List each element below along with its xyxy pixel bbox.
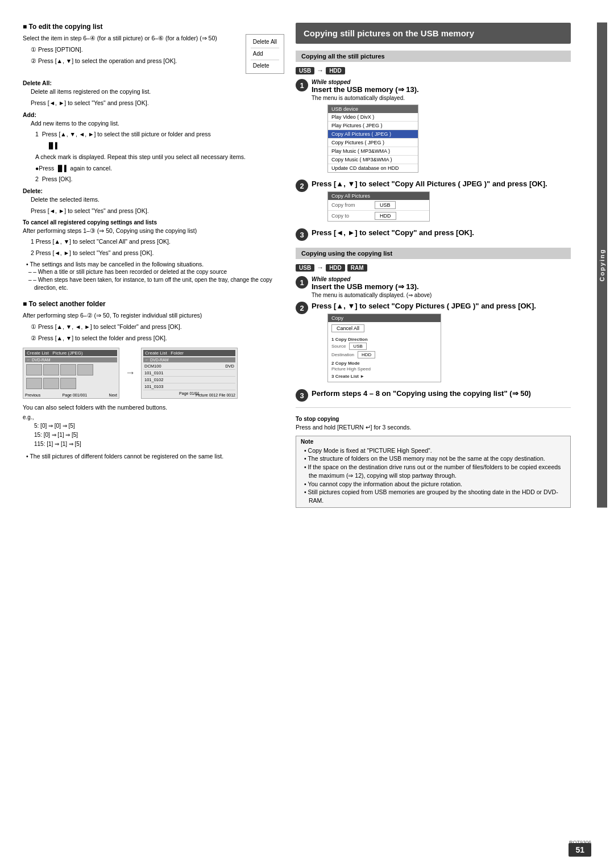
note-4: You cannot copy the information about th…: [301, 480, 566, 489]
edit-list-box: Delete All Add Delete: [246, 34, 284, 74]
usb-menu-item-2: Copy All Pictures ( JPEG ): [328, 130, 418, 139]
eg-example2: 15: [0] ⇒ [1] ⇒ [5]: [23, 431, 284, 440]
note-box-label: Note: [301, 439, 566, 445]
hdd-badge: HDD: [326, 67, 345, 74]
copy-all-header: Copy All Pictures: [328, 192, 429, 200]
step-1-row: 1 While stopped Insert the USB memory (⇒…: [296, 79, 571, 176]
copy-all-from-label: Copy from: [331, 202, 371, 208]
copy-section1-label: 1 Copy Direction: [331, 337, 437, 342]
usb-menu-item-3: Copy Pictures ( JPEG ): [328, 139, 418, 147]
step2-action: Press [▲, ▼] to select "Copy All Picture…: [312, 180, 571, 188]
step-3-number: 3: [296, 228, 308, 241]
copy-all-box: Copy All Pictures Copy from USB Copy to …: [327, 191, 430, 222]
usb-menu-item-6: Update CD database on HDD: [328, 164, 418, 172]
edit-box-add: Add: [251, 48, 279, 60]
list-step-3-row: 3 Perform steps 4 – 8 on "Copying using …: [296, 389, 571, 402]
usb-badge: USB: [296, 67, 314, 74]
step-2-row: 2 Press [▲, ▼] to select "Copy All Pictu…: [296, 180, 571, 225]
add-step-icon: ▐▌▌: [34, 141, 284, 151]
delete-label: Delete:: [23, 187, 284, 194]
cancel-step2: 2 Press [◄, ►] to select "Yes" and press…: [23, 249, 284, 258]
list-step1-action: Insert the USB memory (⇒ 13).: [312, 282, 571, 291]
edit-list-title: To edit the copying list: [23, 23, 284, 31]
copy-box: Copy Cancel All 1 Copy Direction Source …: [327, 314, 441, 382]
delete-step: Press [◄, ►] to select "Yes" and press […: [23, 207, 284, 216]
left-column: To edit the copying list Delete All Add …: [23, 23, 284, 834]
all-section-badges: USB → HDD: [296, 66, 571, 74]
stop-label: To stop copying: [296, 416, 571, 422]
folder-section: To select another folder After performin…: [23, 300, 284, 461]
copy-box-content: Cancel All 1 Copy Direction Source USB D…: [328, 322, 441, 382]
list-step-3-content: Perform steps 4 – 8 on "Copying using th…: [312, 389, 571, 398]
step-3-content: Press [◄, ►] to select "Copy" and press …: [312, 228, 571, 237]
copy-dest-row: Destination HDD: [331, 351, 437, 358]
edit-list-section: To edit the copying list Delete All Add …: [23, 23, 284, 292]
folder-step1: ① Press [▲, ▼, ◄, ►] to select "Folder" …: [23, 323, 284, 332]
copy-source-row: Source USB: [331, 343, 437, 350]
copy-mode-row: Picture High Speed: [331, 366, 437, 372]
copy-dest-label: Destination: [331, 352, 354, 357]
notes-box: Note Copy Mode is fixed at "PICTURE High…: [296, 436, 571, 508]
list-step1-while-stopped: While stopped: [312, 276, 571, 282]
add-text: Add new items to the copying list.: [23, 119, 284, 128]
usb-menu-item-4: Play Music ( MP3&WMA ): [328, 147, 418, 156]
folder-section-title: To select another folder: [23, 300, 284, 308]
main-section-header: Copying still pictures on the USB memory: [296, 23, 571, 44]
copy-all-to-label: Copy to: [331, 213, 371, 219]
usb-menu-item-5: Copy Music ( MP3&WMA ): [328, 156, 418, 164]
usb-menu-header: USB device: [328, 105, 418, 113]
list-usb-badge: USB: [296, 264, 314, 272]
list-section-bar: Copying using the copying list: [296, 248, 571, 259]
right-column-inner: Copying still pictures on the USB memory…: [296, 23, 591, 508]
step-2-number: 2: [296, 180, 308, 192]
copy-all-to-val: HDD: [375, 212, 396, 220]
cancel-note1: The settings and lists may be cancelled …: [23, 260, 284, 269]
delete-all-text: Delete all items registered on the copyi…: [23, 87, 284, 97]
add-step-note1: A check mark is displayed. Repeat this s…: [23, 153, 284, 162]
arrow-usb-hdd: →: [317, 66, 323, 74]
copy-source-val: USB: [349, 343, 366, 350]
copy-all-from-val: USB: [375, 201, 396, 209]
usb-menu-item-1: Play Pictures ( JPEG ): [328, 122, 418, 130]
folder-also-text: You can also select folders with the num…: [23, 403, 284, 412]
screenshot-left: Create List Picture (JPEG) ← DVD-RAM Pre…: [23, 348, 119, 399]
list-step2-action: Press [▲, ▼] to select "Copy Pictures ( …: [312, 302, 571, 310]
right-column: Copying still pictures on the USB memory…: [296, 23, 591, 834]
add-step-cancel: ●Press ▐▌▌ again to cancel.: [23, 164, 284, 173]
cancel-note3: – When steps have been taken, for instan…: [23, 276, 284, 292]
list-step1-note: The menu is automatically displayed. (⇒ …: [312, 292, 571, 298]
stop-text: Press and hold [RETURN ↵] for 3 seconds.: [296, 423, 571, 432]
edit-box-delete-all: Delete All: [251, 36, 279, 48]
list-step-3-number: 3: [296, 389, 308, 402]
note-3: If the space on the destination drive ru…: [301, 463, 566, 479]
edit-box-delete: Delete: [251, 60, 279, 72]
stop-section: To stop copying Press and hold [RETURN ↵…: [296, 407, 571, 432]
note-5: Still pictures copied from USB memories …: [301, 488, 566, 504]
copy-section2-label: 2 Copy Mode: [331, 361, 437, 366]
list-step-2-content: Press [▲, ▼] to select "Copy Pictures ( …: [312, 302, 571, 386]
arrow-between-screens: →: [125, 367, 135, 379]
step-2-content: Press [▲, ▼] to select "Copy All Picture…: [312, 180, 571, 225]
step-1-number: 1: [296, 79, 308, 91]
list-ram-badge: RAM: [347, 264, 367, 272]
list-step-2-number: 2: [296, 302, 308, 314]
page-number: 51: [569, 843, 591, 857]
folder-note: The still pictures of different folders …: [23, 452, 284, 461]
cancel-step1: 1 Press [▲, ▼] to select "Cancel All" an…: [23, 237, 284, 247]
add-step1: 1 Press [▲, ▼, ◄, ►] to select the still…: [23, 130, 284, 139]
eg-example3: 115: [1] ⇒ [1] ⇒ [5]: [23, 440, 284, 449]
list-hdd-badge: HDD: [326, 264, 345, 272]
folder-screenshots: Create List Picture (JPEG) ← DVD-RAM Pre…: [23, 348, 284, 399]
list-step3-action: Perform steps 4 – 8 on "Copying using th…: [312, 389, 571, 398]
side-label: Copying: [597, 23, 607, 508]
list-step-2-row: 2 Press [▲, ▼] to select "Copy Pictures …: [296, 302, 571, 386]
list-section: Copying using the copying list USB → HDD…: [296, 248, 571, 402]
add-label: Add:: [23, 111, 284, 118]
step3-action: Press [◄, ►] to select "Copy" and press …: [312, 228, 571, 237]
cancel-note2: – When a title or still picture has been…: [23, 268, 284, 276]
all-section-bar: Copying all the still pictures: [296, 51, 571, 62]
copy-all-row-1: Copy to HDD: [328, 211, 429, 221]
folder-intro: After performing step 6–② (⇒ 50, To regi…: [23, 311, 284, 320]
cancel-btn: Cancel All: [331, 324, 437, 335]
list-arrow: →: [317, 264, 323, 272]
